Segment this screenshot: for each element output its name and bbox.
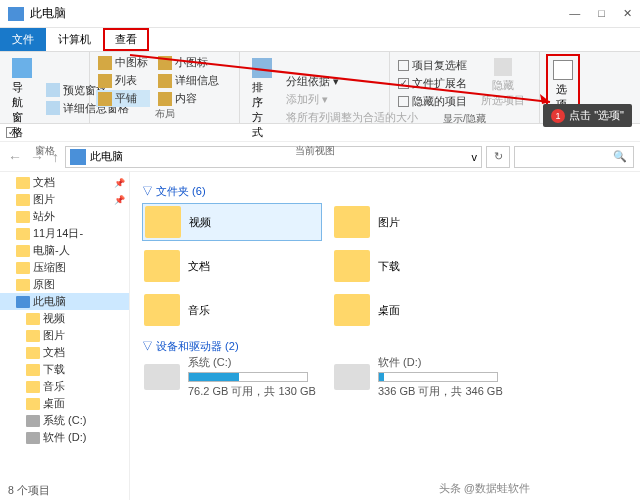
view-group-label: 当前视图 [246,144,383,158]
tree-item[interactable]: 音乐 [0,378,129,395]
close-button[interactable]: ✕ [623,7,632,20]
window-title: 此电脑 [30,5,569,22]
folder-icon [16,245,30,257]
folder-thumb [334,250,370,282]
pc-icon [8,7,24,21]
tree-item[interactable]: 电脑-人 [0,242,129,259]
file-ext-toggle[interactable]: 文件扩展名 [396,75,469,92]
preview-icon [46,83,60,97]
show-hide-label: 显示/隐藏 [396,112,533,126]
nav-tree[interactable]: 文档📌图片📌站外11月14日-电脑-人压缩图原图此电脑视频图片文档下载音乐桌面系… [0,172,130,500]
folder-icon [16,296,30,308]
layout-small[interactable]: 小图标 [156,54,221,71]
tree-item[interactable]: 图片📌 [0,191,129,208]
annotation-callout: 1 点击 "选项" [543,104,632,127]
tree-item[interactable]: 站外 [0,208,129,225]
tab-computer[interactable]: 计算机 [46,28,103,51]
hide-selected-button[interactable]: 隐藏 所选项目 [475,54,531,112]
folder-icon [16,211,30,223]
folder-item[interactable]: 图片 [332,203,512,241]
usage-bar [378,372,498,382]
tree-item[interactable]: 此电脑 [0,293,129,310]
addr-dropdown[interactable]: v [472,151,478,163]
watermark: 头条 @数据蛙软件 [439,481,530,496]
folder-icon [26,381,40,393]
tab-view[interactable]: 查看 [103,28,149,51]
folder-item[interactable]: 音乐 [142,291,322,329]
folder-icon [16,262,30,274]
pane-group-label: 窗格 [6,144,83,158]
tree-item[interactable]: 桌面 [0,395,129,412]
select-all-checkbox[interactable] [6,127,17,138]
drive-icon [144,364,180,390]
sort-button[interactable]: 排序方式 [246,54,278,144]
search-icon: 🔍 [613,150,627,163]
refresh-button[interactable]: ↻ [486,146,510,168]
folder-item[interactable]: 视频 [142,203,322,241]
pin-icon: 📌 [114,195,125,205]
tree-item[interactable]: 系统 (C:) [0,412,129,429]
folder-thumb [144,294,180,326]
folder-thumb [144,250,180,282]
tree-item[interactable]: 文档 [0,344,129,361]
details-icon [46,101,60,115]
tree-item[interactable]: 文档📌 [0,174,129,191]
status-bar: 8 个项目 [0,482,58,500]
search-box[interactable]: 🔍 [514,146,634,168]
folder-icon [26,432,40,444]
folder-thumb [334,294,370,326]
folder-icon [26,347,40,359]
folder-item[interactable]: 桌面 [332,291,512,329]
tree-item[interactable]: 视频 [0,310,129,327]
folder-thumb [145,206,181,238]
folder-item[interactable]: 下载 [332,247,512,285]
drive-icon [334,364,370,390]
maximize-button[interactable]: □ [598,7,605,20]
folder-icon [16,194,30,206]
tree-item[interactable]: 压缩图 [0,259,129,276]
tab-file[interactable]: 文件 [0,28,46,51]
folder-icon [26,398,40,410]
pin-icon: 📌 [114,178,125,188]
options-icon [553,60,573,80]
annotation-number: 1 [551,109,565,123]
folder-icon [26,415,40,427]
folder-icon [16,279,30,291]
layout-medium[interactable]: 中图标 [96,54,150,71]
folder-icon [16,228,30,240]
drive-item[interactable]: 系统 (C:)76.2 GB 可用，共 130 GB [142,358,322,396]
sort-icon [252,58,272,78]
tree-item[interactable]: 11月14日- [0,225,129,242]
item-checkboxes-toggle[interactable]: 项目复选框 [396,57,469,74]
drives-header[interactable]: ▽ 设备和驱动器 (2) [142,339,628,354]
minimize-button[interactable]: — [569,7,580,20]
tree-item[interactable]: 原图 [0,276,129,293]
folder-icon [26,313,40,325]
layout-group-label: 布局 [96,107,233,121]
folder-icon [26,364,40,376]
layout-details[interactable]: 详细信息 [156,72,221,89]
folder-icon [26,330,40,342]
nav-pane-icon [12,58,32,78]
tree-item[interactable]: 软件 (D:) [0,429,129,446]
hide-icon [494,58,512,76]
drive-item[interactable]: 软件 (D:)336 GB 可用，共 346 GB [332,358,512,396]
folder-item[interactable]: 文档 [142,247,322,285]
usage-bar [188,372,308,382]
layout-content[interactable]: 内容 [156,90,221,107]
tree-item[interactable]: 下载 [0,361,129,378]
folder-icon [16,177,30,189]
folder-thumb [334,206,370,238]
hidden-items-toggle[interactable]: 隐藏的项目 [396,93,469,110]
folders-header[interactable]: ▽ 文件夹 (6) [142,184,628,199]
layout-tiles[interactable]: 平铺 [96,90,150,107]
layout-list[interactable]: 列表 [96,72,150,89]
tree-item[interactable]: 图片 [0,327,129,344]
